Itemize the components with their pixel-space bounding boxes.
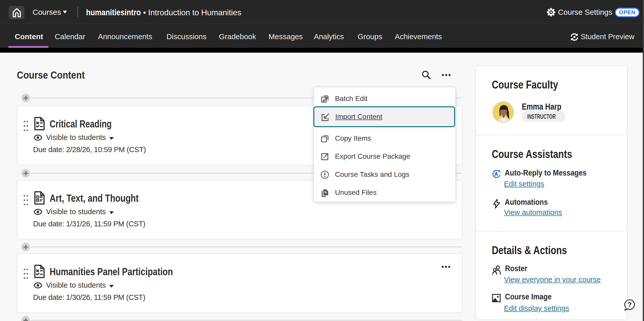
svg-text:?: ? [627,301,632,309]
